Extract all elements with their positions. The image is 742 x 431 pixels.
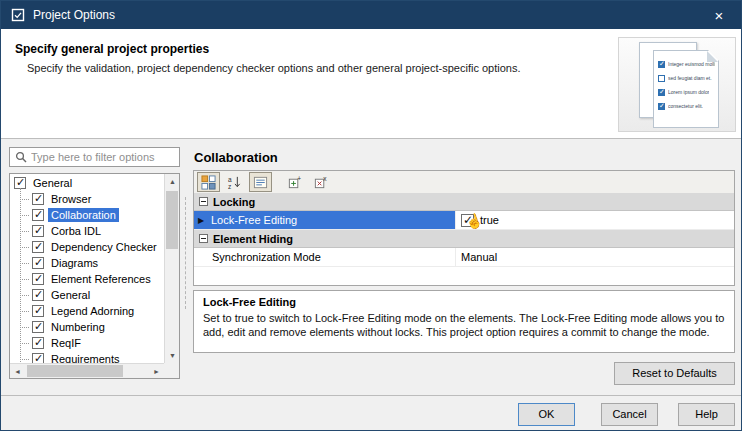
tree-item-legend-adorning[interactable]: Legend Adorning [10,303,164,319]
cancel-button[interactable]: Cancel [601,403,658,426]
dialog-icon [11,8,25,22]
tree-item-label: General [48,288,93,302]
tree-vertical-scrollbar[interactable]: ▲ ▼ [164,174,179,363]
panel-splitter[interactable] [185,197,189,309]
checkbox[interactable] [32,289,44,301]
options-tree[interactable]: General Browser Collaboration Corba IDL [9,173,180,379]
property-name: Lock-Free Editing [211,214,297,226]
graphic-row-text: Lorem ipsum dolor [668,89,709,95]
tree-item-label: Corba IDL [48,224,104,238]
properties-table: Locking ▶ Lock-Free Editing ☝ true Eleme… [193,193,735,286]
properties-toolbar: a z + x [193,170,735,194]
selected-row-arrow-icon: ▶ [198,216,211,225]
collapse-all-button[interactable]: x [309,172,332,192]
group-row-element-hiding: Element Hiding [194,230,734,248]
lock-free-editing-checkbox[interactable] [461,214,474,227]
property-value-cell: Manual [456,248,734,266]
checkbox[interactable] [32,353,44,363]
tree-item-label: Numbering [48,320,108,334]
help-button[interactable]: Help [678,403,735,426]
group-label: Element Hiding [213,233,293,245]
tree-item-browser[interactable]: Browser [10,191,164,207]
tree-item-label: General [30,176,75,190]
categorized-view-icon [201,175,216,190]
collapse-group-icon[interactable] [199,197,208,206]
scroll-right-icon[interactable]: ► [149,364,164,379]
description-panel: Lock-Free Editing Set to true to switch … [193,290,735,353]
check-icon [658,103,665,110]
titlebar: Project Options × [1,1,741,29]
tree-item-label: Legend Adorning [48,304,137,318]
show-description-button[interactable] [249,172,272,192]
scroll-left-icon[interactable]: ◄ [10,364,25,379]
tree-item-general-root[interactable]: General [10,175,164,191]
collapse-all-icon: x [313,175,328,190]
categorized-view-button[interactable] [197,172,220,192]
graphic-row: consectetur elit. [658,99,715,113]
tree-item-label: Diagrams [48,256,101,270]
close-icon[interactable]: × [697,1,741,29]
property-value-cell: ☝ true [456,211,734,229]
tree-item-collaboration[interactable]: Collaboration [10,207,164,223]
property-row-lock-free-editing[interactable]: ▶ Lock-Free Editing ☝ true [194,211,734,230]
scrollbar-corner [164,363,179,378]
header-banner: Specify general project properties Speci… [1,29,741,139]
checkbox[interactable] [32,225,44,237]
expand-all-icon: + [287,175,302,190]
show-description-icon [253,175,268,190]
collapse-group-icon[interactable] [199,234,208,243]
tree-item-label: Dependency Checker [48,240,160,254]
check-icon [658,61,665,68]
checkbox[interactable] [32,241,44,253]
footer-separator [1,395,741,396]
scroll-up-icon[interactable]: ▲ [165,174,180,189]
tree-item-dependency-checker[interactable]: Dependency Checker [10,239,164,255]
tree-item-label: ReqIF [48,336,84,350]
checkbox[interactable] [32,257,44,269]
checkbox[interactable] [32,305,44,317]
filter-input[interactable] [31,151,179,163]
sort-alphabetically-button[interactable]: a z [223,172,246,192]
graphic-row: Lorem ipsum dolor [658,85,715,99]
checkbox[interactable] [32,321,44,333]
group-label: Locking [213,196,255,208]
ok-button[interactable]: OK [518,403,575,426]
sort-alphabetically-icon: a z [227,175,242,190]
checkbox[interactable] [32,273,44,285]
horizontal-scroll-thumb[interactable] [27,365,123,377]
checkbox-empty-icon [658,75,665,82]
filter-field[interactable] [9,147,180,167]
group-row-locking: Locking [194,193,734,211]
tree-item-label: Collaboration [48,208,119,222]
tree-horizontal-scrollbar[interactable]: ◄ ► [10,363,164,378]
svg-text:+: + [297,175,301,182]
graphic-row: sed feugiat diam et. [658,71,715,85]
graphic-row-text: sed feugiat diam et. [668,75,712,81]
property-value: Manual [461,251,497,263]
checkbox[interactable] [32,193,44,205]
tree-item-diagrams[interactable]: Diagrams [10,255,164,271]
reset-to-defaults-button[interactable]: Reset to Defaults [614,362,735,385]
property-row-synchronization-mode[interactable]: Synchronization Mode Manual [194,248,734,267]
checkbox[interactable] [32,337,44,349]
tree-item-requirements[interactable]: Requirements [10,351,164,363]
tree-item-element-references[interactable]: Element References [10,271,164,287]
svg-text:a: a [228,175,232,182]
tree-item-label: Browser [48,192,94,206]
expand-all-button[interactable]: + [283,172,306,192]
tree-item-reqif[interactable]: ReqIF [10,335,164,351]
svg-text:z: z [228,183,231,190]
project-options-dialog: Project Options × Specify general projec… [0,0,742,431]
document-front-page: Integer euismod mollis sed feugiat diam … [653,50,719,128]
header-subtitle: Specify the validation, project dependen… [27,62,520,74]
tree-item-numbering[interactable]: Numbering [10,319,164,335]
window-title: Project Options [33,8,115,22]
vertical-scroll-thumb[interactable] [166,191,178,249]
svg-text:x: x [323,175,327,182]
property-name-cell: ▶ Lock-Free Editing [194,211,456,229]
tree-item-general[interactable]: General [10,287,164,303]
scroll-down-icon[interactable]: ▼ [165,348,180,363]
check-icon [658,89,665,96]
tree-item-corba-idl[interactable]: Corba IDL [10,223,164,239]
checkbox[interactable] [32,209,44,221]
